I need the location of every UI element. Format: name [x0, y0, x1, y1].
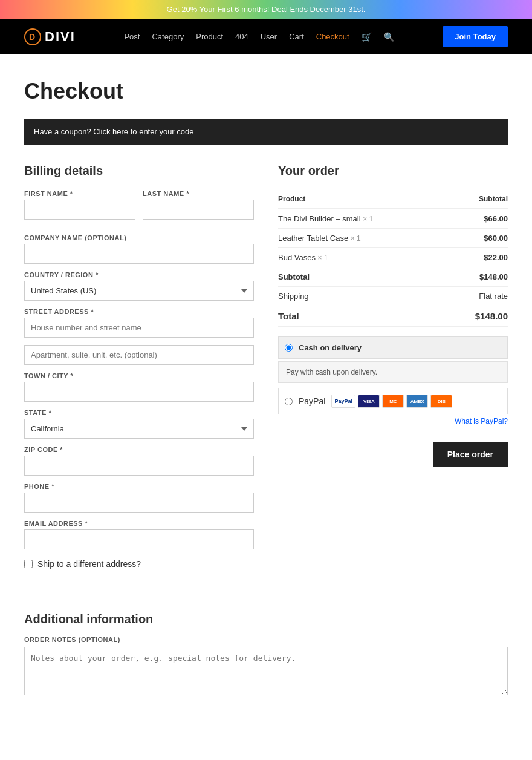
- order-item-row: The Divi Builder – small × 1 $66.00: [278, 209, 508, 229]
- nav-404[interactable]: 404: [235, 32, 248, 41]
- company-label: COMPANY NAME (OPTIONAL): [24, 234, 254, 241]
- street1-input[interactable]: [24, 318, 254, 338]
- mastercard-logo: MC: [382, 395, 404, 408]
- nav-category[interactable]: Category: [152, 32, 184, 41]
- banner-text: Get 20% Your First 6 months! Deal Ends D…: [167, 5, 366, 14]
- state-select[interactable]: California: [24, 419, 254, 439]
- amex-logo: AMEX: [406, 395, 428, 408]
- logo: D DIVI: [24, 28, 76, 45]
- country-label: COUNTRY / REGION *: [24, 271, 254, 278]
- cod-label: Cash on delivery: [299, 343, 362, 352]
- cart-icon[interactable]: 🛒: [362, 32, 372, 42]
- place-order-container: Place order: [278, 435, 508, 467]
- coupon-bar-text: Have a coupon? Click here to enter your …: [34, 127, 194, 136]
- street-label: STREET ADDRESS *: [24, 308, 254, 315]
- paypal-option[interactable]: PayPal PayPal VISA MC AMEX DIS: [278, 388, 508, 414]
- street1-group: STREET ADDRESS *: [24, 308, 254, 338]
- nav-checkout[interactable]: Checkout: [316, 32, 349, 41]
- product-col-header: Product: [278, 190, 449, 209]
- item1-name: The Divi Builder – small × 1: [278, 209, 449, 229]
- subtotal-col-header: Subtotal: [449, 190, 508, 209]
- visa-logo: VISA: [358, 395, 380, 408]
- order-notes-group: ORDER NOTES (OPTIONAL): [24, 636, 508, 695]
- item1-subtotal: $66.00: [449, 209, 508, 229]
- item2-name: Leather Tablet Case × 1: [278, 229, 449, 248]
- first-name-input[interactable]: [24, 200, 135, 220]
- company-input[interactable]: [24, 244, 254, 264]
- phone-group: PHONE *: [24, 483, 254, 513]
- paypal-label: PayPal: [299, 396, 325, 406]
- top-banner: Get 20% Your First 6 months! Deal Ends D…: [0, 0, 532, 19]
- order-table: Product Subtotal The Divi Builder – smal…: [278, 190, 508, 327]
- page-title: Checkout: [24, 79, 508, 104]
- main-content: Checkout Have a coupon? Click here to en…: [0, 54, 532, 727]
- logo-icon: D: [24, 28, 41, 45]
- subtotal-value: $148.00: [449, 267, 508, 287]
- ship-checkbox-group: Ship to a different address?: [24, 559, 254, 569]
- subtotal-row: Subtotal $148.00: [278, 267, 508, 287]
- header: D DIVI Post Category Product 404 User Ca…: [0, 19, 532, 54]
- item2-subtotal: $60.00: [449, 229, 508, 248]
- additional-heading: Additional information: [24, 612, 508, 626]
- email-group: EMAIL ADDRESS *: [24, 520, 254, 549]
- last-name-input[interactable]: [143, 200, 254, 220]
- main-nav: Post Category Product 404 User Cart Chec…: [124, 32, 394, 42]
- email-input[interactable]: [24, 529, 254, 549]
- state-label: STATE *: [24, 409, 254, 416]
- order-notes-input[interactable]: [24, 647, 508, 695]
- paypal-radio[interactable]: [285, 398, 293, 405]
- subtotal-label: Subtotal: [278, 267, 449, 287]
- nav-user[interactable]: User: [261, 32, 277, 41]
- company-group: COMPANY NAME (OPTIONAL): [24, 234, 254, 264]
- total-value: $148.00: [449, 306, 508, 327]
- country-select[interactable]: United States (US): [24, 281, 254, 301]
- state-group: STATE * California: [24, 409, 254, 439]
- ship-checkbox[interactable]: [24, 560, 33, 568]
- phone-label: PHONE *: [24, 483, 254, 490]
- town-input[interactable]: [24, 382, 254, 402]
- order-section: Your order Product Subtotal The Divi Bui…: [278, 164, 508, 569]
- zip-label: ZIP CODE *: [24, 446, 254, 453]
- email-label: EMAIL ADDRESS *: [24, 520, 254, 527]
- checkout-grid: Billing details FIRST NAME * LAST NAME *…: [24, 164, 508, 703]
- phone-input[interactable]: [24, 493, 254, 513]
- zip-input[interactable]: [24, 456, 254, 476]
- total-row: Total $148.00: [278, 306, 508, 327]
- first-name-group: FIRST NAME *: [24, 190, 135, 220]
- nav-cart[interactable]: Cart: [289, 32, 304, 41]
- search-icon[interactable]: 🔍: [384, 32, 394, 42]
- item3-subtotal: $22.00: [449, 248, 508, 267]
- place-order-button[interactable]: Place order: [433, 442, 508, 467]
- discover-logo: DIS: [430, 395, 452, 408]
- street2-input[interactable]: [24, 345, 254, 365]
- additional-info-section: Additional information ORDER NOTES (OPTI…: [24, 612, 508, 703]
- town-group: TOWN / CITY *: [24, 372, 254, 402]
- shipping-label: Shipping: [278, 287, 449, 306]
- cod-note-text: Pay with cash upon delivery.: [286, 368, 377, 376]
- street2-group: [24, 345, 254, 365]
- first-name-label: FIRST NAME *: [24, 190, 135, 197]
- zip-group: ZIP CODE *: [24, 446, 254, 476]
- ship-label: Ship to a different address?: [37, 559, 141, 569]
- order-item-row: Leather Tablet Case × 1 $60.00: [278, 229, 508, 248]
- paypal-logos: PayPal VISA MC AMEX DIS: [331, 395, 452, 408]
- join-today-button[interactable]: Join Today: [443, 26, 508, 47]
- cod-radio[interactable]: [285, 344, 293, 352]
- coupon-bar[interactable]: Have a coupon? Click here to enter your …: [24, 119, 508, 145]
- billing-heading: Billing details: [24, 164, 254, 178]
- nav-product[interactable]: Product: [196, 32, 223, 41]
- last-name-label: LAST NAME *: [143, 190, 254, 197]
- town-label: TOWN / CITY *: [24, 372, 254, 379]
- item3-name: Bud Vases × 1: [278, 248, 449, 267]
- nav-post[interactable]: Post: [124, 32, 140, 41]
- what-is-paypal-link[interactable]: What is PayPal?: [278, 417, 508, 425]
- paypal-logo: PayPal: [331, 395, 355, 408]
- cod-option[interactable]: Cash on delivery: [278, 336, 508, 359]
- order-item-row: Bud Vases × 1 $22.00: [278, 248, 508, 267]
- cod-note: Pay with cash upon delivery.: [278, 361, 508, 383]
- name-row: FIRST NAME * LAST NAME *: [24, 190, 254, 227]
- payment-options: Cash on delivery Pay with cash upon deli…: [278, 336, 508, 425]
- order-notes-label: ORDER NOTES (OPTIONAL): [24, 636, 508, 643]
- shipping-value: Flat rate: [449, 287, 508, 306]
- order-heading: Your order: [278, 164, 508, 178]
